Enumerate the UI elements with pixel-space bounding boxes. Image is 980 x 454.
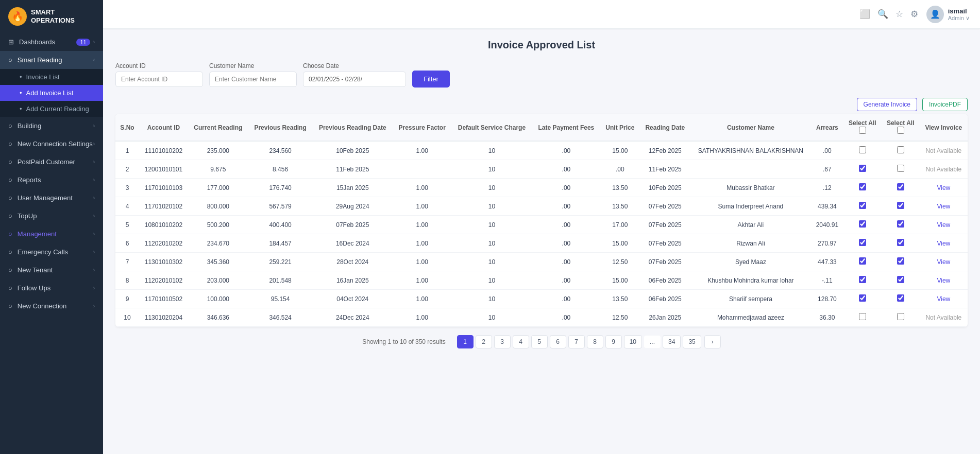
row-checkbox-1[interactable] — [859, 220, 866, 228]
row-checkbox-1[interactable] — [859, 276, 866, 283]
cell-check2 — [882, 253, 920, 271]
logo-line2: OPERATIONS — [31, 16, 75, 25]
settings-icon[interactable]: ⚙ — [910, 9, 918, 20]
row-checkbox-2[interactable] — [897, 165, 904, 172]
sidebar-item-reports[interactable]: ○ Reports › — [0, 171, 103, 189]
sidebar-item-follow-ups[interactable]: ○ Follow Ups › — [0, 279, 103, 297]
row-checkbox-2[interactable] — [897, 202, 904, 209]
select-all-checkbox-1[interactable] — [859, 127, 866, 134]
cell-arrears: 2040.91 — [811, 216, 843, 234]
sidebar-item-new-connection[interactable]: ○ New Connection › — [0, 297, 103, 315]
pagination-info: Showing 1 to 10 of 350 results — [362, 338, 445, 345]
filter-button[interactable]: Filter — [412, 71, 450, 88]
row-checkbox-1[interactable] — [859, 183, 866, 190]
cell-view[interactable]: View — [920, 290, 968, 308]
cell-check2 — [882, 179, 920, 197]
pagination-page-3[interactable]: 3 — [494, 335, 511, 348]
cell-check1 — [843, 197, 882, 216]
cell-check1 — [843, 179, 882, 197]
select-all-checkbox-2[interactable] — [897, 127, 904, 134]
row-checkbox-2[interactable] — [897, 276, 904, 283]
cell-view[interactable]: View — [920, 253, 968, 271]
col-prev-reading-date: Previous Reading Date — [312, 114, 393, 141]
cell-check2 — [882, 234, 920, 253]
sidebar-item-topup[interactable]: ○ TopUp › — [0, 207, 103, 225]
customer-name-input[interactable] — [209, 72, 297, 87]
col-customer-name: Customer Name — [690, 114, 811, 141]
sidebar-item-user-management[interactable]: ○ User Management › — [0, 189, 103, 207]
cell-view[interactable]: View — [920, 234, 968, 253]
cell-view[interactable]: View — [920, 271, 968, 290]
pagination-page-34[interactable]: 34 — [663, 335, 681, 348]
row-checkbox-2[interactable] — [897, 294, 904, 302]
row-checkbox-1[interactable] — [859, 165, 866, 172]
invoice-table-wrapper: S.No Account ID Current Reading Previous… — [115, 114, 968, 327]
pagination-page-4[interactable]: 4 — [513, 335, 529, 348]
pagination-page-1[interactable]: 1 — [457, 335, 474, 348]
cell-unit-price: 13.50 — [600, 197, 639, 216]
search-icon[interactable]: 🔍 — [877, 9, 888, 20]
row-checkbox-1[interactable] — [859, 239, 866, 246]
row-checkbox-2[interactable] — [897, 313, 904, 320]
sidebar-item-building[interactable]: ○ Building › — [0, 117, 103, 135]
pagination-page-9[interactable]: 9 — [605, 335, 622, 348]
user-menu[interactable]: 👤 ismail Admin ∨ — [926, 6, 970, 23]
sidebar-item-new-tenant[interactable]: ○ New Tenant › — [0, 261, 103, 279]
pagination-page-2[interactable]: 2 — [476, 335, 492, 348]
window-icon[interactable]: ⬜ — [859, 9, 870, 20]
cell-view[interactable]: View — [920, 216, 968, 234]
pagination-next-button[interactable]: › — [704, 335, 721, 348]
sidebar-item-management[interactable]: ○ Management › — [0, 225, 103, 243]
table-row: 9 11701010502 100.000 95.154 04Oct 2024 … — [115, 290, 968, 308]
cell-view[interactable]: View — [920, 179, 968, 197]
sidebar-sub-add-invoice-list[interactable]: • Add Invoice List — [0, 85, 103, 101]
invoice-pdf-button[interactable]: InvoicePDF — [922, 98, 968, 111]
customer-name-label: Customer Name — [209, 62, 297, 69]
account-id-label: Account ID — [115, 62, 203, 69]
table-actions: Generate Invoice InvoicePDF — [115, 98, 968, 111]
cell-current-reading: 177.000 — [188, 179, 248, 197]
emergency-icon: ○ — [8, 248, 12, 256]
cell-default-service-charge: 10 — [451, 141, 532, 160]
pagination-page-8[interactable]: 8 — [587, 335, 603, 348]
row-checkbox-1[interactable] — [859, 202, 866, 209]
date-input[interactable] — [303, 72, 406, 87]
sidebar-item-postpaid-customer[interactable]: ○ PostPaid Customer › — [0, 153, 103, 171]
cell-prev-reading: 259.221 — [248, 253, 313, 271]
cell-prev-reading-date: 07Feb 2025 — [312, 216, 393, 234]
cell-view[interactable]: View — [920, 197, 968, 216]
cell-sno: 7 — [115, 253, 139, 271]
sidebar-sub-invoice-list[interactable]: • Invoice List — [0, 69, 103, 85]
smart-reading-submenu: • Invoice List • Add Invoice List • Add … — [0, 69, 103, 117]
row-checkbox-2[interactable] — [897, 220, 904, 228]
pagination-page-5[interactable]: 5 — [531, 335, 548, 348]
row-checkbox-2[interactable] — [897, 257, 904, 265]
row-checkbox-2[interactable] — [897, 183, 904, 190]
sidebar-item-emergency-calls[interactable]: ○ Emergency Calls › — [0, 243, 103, 261]
avatar: 👤 — [926, 6, 944, 23]
star-icon[interactable]: ☆ — [895, 9, 903, 20]
pagination-page-10[interactable]: 10 — [624, 335, 642, 348]
cell-sno: 10 — [115, 308, 139, 327]
account-id-input[interactable] — [115, 72, 203, 87]
row-checkbox-1[interactable] — [859, 146, 866, 153]
row-checkbox-2[interactable] — [897, 146, 904, 153]
col-late-payment-fees: Late Payment Fees — [532, 114, 600, 141]
sidebar-sub-add-current-reading[interactable]: • Add Current Reading — [0, 101, 103, 117]
cell-pressure-factor: 1.00 — [393, 234, 451, 253]
generate-invoice-button[interactable]: Generate Invoice — [857, 98, 917, 111]
chevron-tenant: › — [93, 267, 95, 273]
sidebar-item-new-connection-settings[interactable]: ○ New Connection Settings › — [0, 135, 103, 153]
sidebar-item-dashboards[interactable]: ⊞ Dashboards 11 › — [0, 33, 103, 51]
row-checkbox-1[interactable] — [859, 313, 866, 320]
pagination-page-7[interactable]: 7 — [568, 335, 585, 348]
sidebar-item-smart-reading[interactable]: ○ Smart Reading ‹ — [0, 51, 103, 69]
cell-default-service-charge: 10 — [451, 179, 532, 197]
pagination-page-6[interactable]: 6 — [550, 335, 566, 348]
reports-icon: ○ — [8, 176, 12, 184]
row-checkbox-1[interactable] — [859, 257, 866, 265]
filter-row: Account ID Customer Name Choose Date Fil… — [115, 61, 968, 88]
row-checkbox-1[interactable] — [859, 294, 866, 302]
row-checkbox-2[interactable] — [897, 239, 904, 246]
pagination-page-35[interactable]: 35 — [683, 335, 701, 348]
